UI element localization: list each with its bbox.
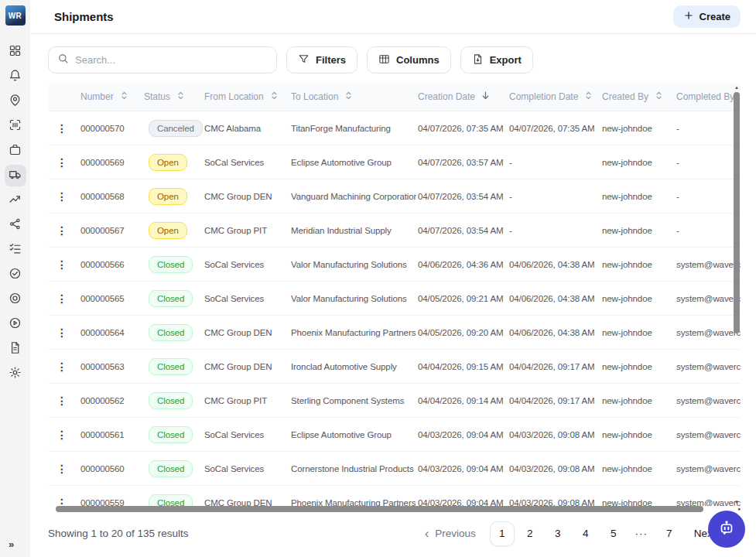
row-menu-icon[interactable]: ⋮ [48, 191, 79, 202]
map-pin-icon [9, 94, 22, 110]
table-row[interactable]: ⋮ 000000564 Closed CMC Group DEN Phoenix… [48, 316, 741, 350]
column-header[interactable]: From Location [203, 91, 289, 103]
column-header[interactable]: To Location [289, 91, 416, 103]
page-button[interactable]: 5 [601, 521, 626, 546]
sort-icon [176, 91, 186, 103]
page-button[interactable]: 7 [657, 521, 682, 546]
cell-completed-by: system@wavercm [675, 260, 741, 269]
table-row[interactable]: ⋮ 000000561 Closed SoCal Services Eclips… [48, 418, 741, 452]
table-row[interactable]: ⋮ 000000560 Closed SoCal Services Corner… [48, 452, 741, 486]
cell-creation-date: 04/04/2026, 09:14 AM [416, 396, 508, 405]
page-button[interactable]: 3 [546, 521, 570, 546]
cell-to-location: TitanForge Manufacturing [289, 124, 416, 133]
status-badge: Closed [149, 426, 193, 443]
cell-number: 000000567 [79, 226, 142, 235]
sidebar-item-dashboard[interactable] [5, 41, 26, 63]
table-row[interactable]: ⋮ 000000567 Open CMC Group PIT Meridian … [48, 214, 741, 248]
scroll-right-arrow[interactable]: ► [736, 507, 741, 511]
sidebar-item-locations[interactable] [5, 91, 26, 112]
network-icon [9, 217, 22, 234]
sidebar-item-shipments[interactable] [5, 165, 26, 186]
column-header[interactable]: Creation Date [416, 91, 508, 103]
sidebar-item-approvals[interactable] [5, 264, 26, 285]
status-badge: Open [149, 222, 187, 239]
row-menu-icon[interactable]: ⋮ [48, 293, 79, 304]
status-badge: Canceled [149, 120, 203, 137]
chat-assistant-button[interactable] [708, 511, 745, 548]
column-header[interactable]: Completed By [675, 91, 741, 103]
sidebar-expand-button[interactable]: » [9, 538, 13, 550]
cell-created-by: new-johndoe [600, 362, 675, 371]
sidebar-item-inventory[interactable] [5, 140, 26, 162]
search-box[interactable] [48, 46, 277, 73]
row-menu-icon[interactable]: ⋮ [48, 395, 79, 406]
cell-to-location: Valor Manufacturing Solutions [289, 260, 416, 269]
column-header[interactable]: Created By [600, 91, 675, 103]
table-row[interactable]: ⋮ 000000562 Closed CMC Group PIT Sterlin… [48, 384, 741, 418]
column-header[interactable]: Status [142, 91, 203, 103]
cell-from-location: SoCal Services [203, 430, 289, 439]
cell-completion-date: - [508, 192, 600, 201]
page-button[interactable]: 2 [518, 521, 542, 546]
sidebar-item-documents[interactable] [5, 338, 26, 360]
sidebar-item-notifications[interactable] [5, 66, 26, 87]
sidebar-item-integrations[interactable] [5, 214, 26, 236]
vertical-scrollbar[interactable]: ▲ ▼ [733, 84, 741, 505]
vertical-scroll-thumb[interactable] [734, 92, 740, 333]
table-row[interactable]: ⋮ 000000568 Open CMC Group DEN Vanguard … [48, 179, 741, 214]
scroll-up-arrow[interactable]: ▲ [734, 84, 739, 91]
page-button[interactable]: 1 [490, 521, 515, 546]
cell-creation-date: 04/07/2026, 03:57 AM [416, 158, 508, 167]
table-row[interactable]: ⋮ 000000566 Closed SoCal Services Valor … [48, 248, 741, 282]
sidebar-item-automations[interactable] [5, 313, 26, 335]
table-row[interactable]: ⋮ 000000565 Closed SoCal Services Valor … [48, 282, 741, 316]
cell-created-by: new-johndoe [600, 124, 675, 133]
cell-created-by: new-johndoe [600, 294, 675, 303]
cell-from-location: CMC Group PIT [203, 226, 289, 235]
sidebar-item-targets[interactable] [5, 289, 26, 310]
sidebar-item-scan[interactable] [5, 115, 26, 137]
row-menu-icon[interactable]: ⋮ [48, 157, 79, 168]
column-header[interactable]: Number [79, 91, 142, 103]
filters-button[interactable]: Filters [286, 46, 357, 73]
row-menu-icon[interactable]: ⋮ [48, 429, 79, 440]
horizontal-scroll-thumb[interactable] [56, 506, 703, 512]
cell-to-location: Eclipse Automotive Group [289, 430, 416, 439]
sort-icon [654, 91, 664, 103]
cell-creation-date: 04/05/2026, 09:21 AM [416, 294, 508, 303]
cell-completed-by: - [675, 124, 741, 133]
cell-creation-date: 04/03/2026, 09:04 AM [416, 430, 508, 439]
cell-number: 000000562 [79, 396, 142, 405]
column-header[interactable]: Completion Date [508, 91, 600, 103]
scroll-down-arrow[interactable]: ▼ [734, 499, 739, 505]
table-row[interactable]: ⋮ 000000569 Open SoCal Services Eclipse … [48, 145, 741, 179]
export-button[interactable]: Export [460, 46, 533, 73]
sidebar-item-tasks[interactable] [5, 239, 26, 261]
table-row[interactable]: ⋮ 000000563 Closed CMC Group DEN Ironcla… [48, 350, 741, 384]
row-menu-icon[interactable]: ⋮ [48, 361, 79, 372]
search-input[interactable] [75, 54, 268, 66]
cell-completion-date: - [508, 158, 600, 167]
gear-icon [9, 366, 22, 382]
cell-completion-date: 04/06/2026, 04:38 AM [508, 328, 600, 337]
row-menu-icon[interactable]: ⋮ [48, 225, 79, 236]
cell-completed-by: system@wavercm [675, 430, 741, 439]
row-menu-icon[interactable]: ⋮ [48, 327, 79, 338]
page-button[interactable]: 4 [573, 521, 598, 546]
create-button[interactable]: Create [673, 5, 741, 28]
sidebar-item-analytics[interactable] [5, 190, 26, 211]
row-menu-icon[interactable]: ⋮ [48, 463, 79, 474]
horizontal-scrollbar[interactable]: ◄ ► [48, 505, 741, 513]
row-menu-icon[interactable]: ⋮ [48, 259, 79, 270]
table-row[interactable]: ⋮ 000000559 Closed CMC Group DEN Phoenix… [48, 486, 741, 506]
row-menu-icon[interactable]: ⋮ [48, 123, 79, 134]
status-badge: Closed [149, 290, 193, 307]
sort-icon [269, 91, 279, 103]
target-icon [9, 292, 22, 308]
columns-button[interactable]: Columns [367, 46, 451, 73]
table-row[interactable]: ⋮ 000000570 Canceled CMC Alabama TitanFo… [48, 111, 741, 145]
cell-from-location: SoCal Services [203, 158, 289, 167]
previous-page-button[interactable]: ‹ Previous [425, 528, 476, 540]
sidebar-item-settings[interactable] [5, 363, 26, 384]
status-badge: Open [149, 188, 187, 205]
